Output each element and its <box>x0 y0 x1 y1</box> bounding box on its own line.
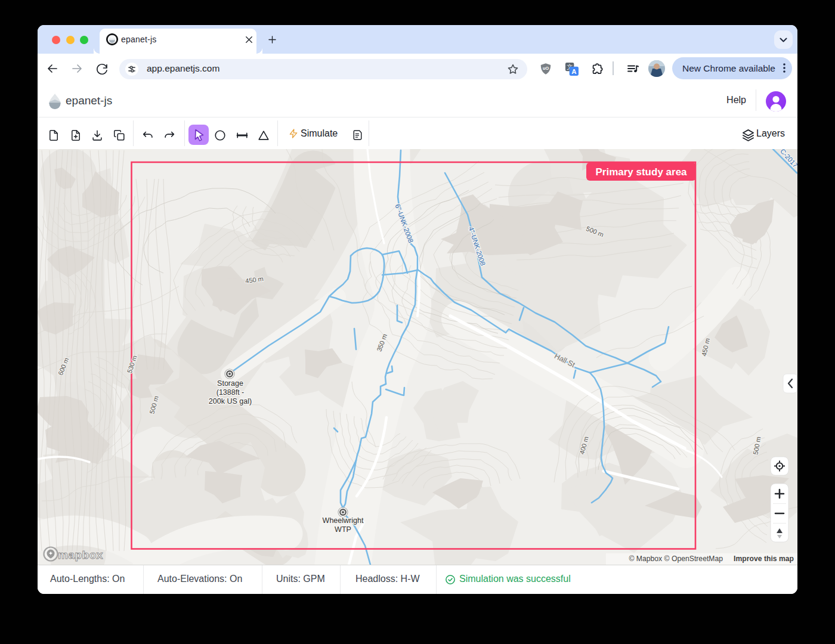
svg-text:mapbox: mapbox <box>58 549 103 561</box>
svg-text:A: A <box>571 68 576 75</box>
svg-text:Primary study area: Primary study area <box>595 166 687 178</box>
svg-text:(1388ft -: (1388ft - <box>217 388 245 397</box>
svg-text:© Mapbox © OpenStreetMap: © Mapbox © OpenStreetMap <box>629 555 723 563</box>
svg-text:Storage: Storage <box>217 379 243 388</box>
svg-text:uO: uO <box>543 66 549 71</box>
svg-text:Wheelwright: Wheelwright <box>323 516 364 525</box>
svg-text:WTP: WTP <box>335 525 351 534</box>
svg-text:Improve this map: Improve this map <box>734 555 794 563</box>
svg-text:200k US gal): 200k US gal) <box>209 397 252 405</box>
